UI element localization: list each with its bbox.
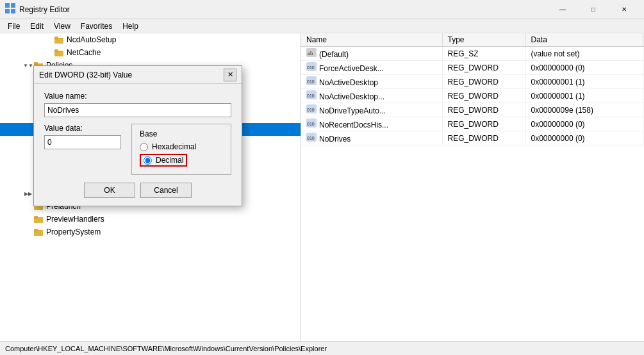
decimal-radio[interactable] bbox=[144, 156, 152, 165]
dialog-close-button[interactable]: ✕ bbox=[224, 69, 236, 81]
string-icon: ab bbox=[306, 48, 317, 57]
base-legend: Base bbox=[140, 129, 223, 138]
svg-rect-0 bbox=[5, 3, 10, 8]
tree-item[interactable]: NetCache bbox=[0, 46, 301, 59]
reg-type: REG_DWORD bbox=[442, 131, 525, 145]
reg-name: 010 NoDrives bbox=[301, 131, 442, 145]
app-icon bbox=[5, 3, 15, 15]
table-row[interactable]: 010 NoActiveDesktop...REG_DWORD0x0000000… bbox=[301, 89, 644, 103]
folder-icon bbox=[54, 35, 64, 44]
reg-data: 0x00000000 (0) bbox=[525, 117, 644, 131]
table-row[interactable]: 010 NoActiveDesktopREG_DWORD0x00000001 (… bbox=[301, 75, 644, 89]
menu-help[interactable]: Help bbox=[117, 21, 144, 32]
svg-text:ab: ab bbox=[308, 50, 313, 56]
dword-icon: 010 bbox=[306, 90, 317, 99]
menu-bar: File Edit View Favorites Help bbox=[0, 19, 644, 33]
reg-type: REG_DWORD bbox=[442, 61, 525, 75]
registry-panel[interactable]: Name Type Data ab (Default)REG_SZ(value … bbox=[301, 33, 644, 341]
minimize-button[interactable]: — bbox=[548, 0, 577, 19]
value-name-label: Value name: bbox=[44, 92, 231, 101]
dialog-buttons: OK Cancel bbox=[44, 183, 231, 198]
reg-type: REG_DWORD bbox=[442, 103, 525, 117]
tree-item-label: PreviewHandlers bbox=[46, 215, 104, 224]
decimal-label: Decimal bbox=[156, 156, 183, 165]
decimal-highlight: Decimal bbox=[140, 154, 187, 167]
hexadecimal-label: Hexadecimal bbox=[152, 142, 196, 151]
value-data-row: Value data: Base Hexadecimal Decimal bbox=[44, 124, 231, 175]
table-row[interactable]: 010 ForceActiveDesk...REG_DWORD0x0000000… bbox=[301, 61, 644, 75]
svg-text:010: 010 bbox=[307, 136, 315, 140]
cancel-button[interactable]: Cancel bbox=[140, 183, 192, 198]
maximize-button[interactable]: □ bbox=[579, 0, 608, 19]
dialog-title: Edit DWORD (32-bit) Value bbox=[39, 70, 224, 79]
value-data-section: Value data: bbox=[44, 124, 121, 149]
tree-item-label: PropertySystem bbox=[46, 227, 101, 236]
value-name-input[interactable] bbox=[44, 103, 231, 117]
folder-icon bbox=[33, 215, 44, 224]
dialog-title-bar: Edit DWORD (32-bit) Value ✕ bbox=[34, 66, 242, 84]
table-row[interactable]: 010 NoRecentDocsHis...REG_DWORD0x0000000… bbox=[301, 117, 644, 131]
reg-data: 0x00000001 (1) bbox=[525, 75, 644, 89]
reg-name: ab (Default) bbox=[301, 47, 442, 61]
edit-dword-dialog: Edit DWORD (32-bit) Value ✕ Value name: … bbox=[33, 65, 242, 206]
reg-data: 0x00000000 (0) bbox=[525, 61, 644, 75]
dialog-content: Value name: Value data: Base Hexadecimal bbox=[34, 84, 242, 206]
dec-radio-row: Decimal bbox=[140, 154, 223, 167]
reg-name: 010 ForceActiveDesk... bbox=[301, 61, 442, 75]
col-type: Type bbox=[442, 33, 525, 47]
menu-view[interactable]: View bbox=[49, 21, 76, 32]
dword-icon: 010 bbox=[306, 104, 317, 113]
svg-text:010: 010 bbox=[307, 122, 315, 126]
col-data: Data bbox=[525, 33, 644, 47]
svg-rect-6 bbox=[54, 38, 63, 44]
ok-button[interactable]: OK bbox=[84, 183, 135, 198]
table-row[interactable]: 010 NoDrivesREG_DWORD0x00000000 (0) bbox=[301, 131, 644, 145]
tree-item-label: NcdAutoSetup bbox=[67, 35, 116, 44]
reg-name: 010 NoActiveDesktop bbox=[301, 75, 442, 89]
status-bar: Computer\HKEY_LOCAL_MACHINE\SOFTWARE\Mic… bbox=[0, 341, 644, 355]
tree-item[interactable]: PreviewHandlers bbox=[0, 213, 301, 226]
reg-type: REG_DWORD bbox=[442, 89, 525, 103]
dword-icon: 010 bbox=[306, 76, 317, 85]
status-text: Computer\HKEY_LOCAL_MACHINE\SOFTWARE\Mic… bbox=[5, 345, 327, 352]
menu-favorites[interactable]: Favorites bbox=[76, 21, 117, 32]
svg-rect-2 bbox=[5, 9, 10, 13]
registry-table: Name Type Data ab (Default)REG_SZ(value … bbox=[301, 33, 644, 145]
svg-rect-51 bbox=[34, 230, 43, 236]
svg-rect-1 bbox=[11, 3, 15, 8]
reg-name: 010 NoRecentDocsHis... bbox=[301, 117, 442, 131]
tree-item-label: NetCache bbox=[67, 48, 101, 57]
folder-icon bbox=[33, 227, 44, 236]
svg-rect-9 bbox=[54, 51, 63, 56]
tree-item[interactable]: PropertySystem bbox=[0, 226, 301, 238]
menu-edit[interactable]: Edit bbox=[25, 21, 49, 32]
col-name: Name bbox=[301, 33, 442, 47]
svg-text:010: 010 bbox=[307, 65, 315, 70]
reg-data: 0x0000009e (158) bbox=[525, 103, 644, 117]
svg-rect-48 bbox=[34, 217, 43, 223]
close-button[interactable]: ✕ bbox=[609, 0, 639, 19]
dword-icon: 010 bbox=[306, 62, 317, 71]
reg-data: 0x00000000 (0) bbox=[525, 131, 644, 145]
dword-icon: 010 bbox=[306, 119, 317, 128]
value-data-label: Value data: bbox=[44, 124, 121, 133]
svg-rect-3 bbox=[11, 9, 15, 13]
menu-file[interactable]: File bbox=[3, 21, 25, 32]
folder-icon bbox=[54, 48, 64, 57]
value-data-input[interactable] bbox=[44, 135, 121, 149]
reg-data: 0x00000001 (1) bbox=[525, 89, 644, 103]
reg-name: 010 NoActiveDesktop... bbox=[301, 89, 442, 103]
dword-icon: 010 bbox=[306, 133, 317, 142]
table-row[interactable]: 010 NoDriveTypeAuto...REG_DWORD0x0000009… bbox=[301, 103, 644, 117]
tree-item[interactable]: NcdAutoSetup bbox=[0, 33, 301, 46]
hex-radio-row: Hexadecimal bbox=[140, 142, 223, 151]
svg-text:010: 010 bbox=[307, 94, 315, 98]
app-title: Registry Editor bbox=[19, 5, 70, 14]
svg-text:010: 010 bbox=[307, 79, 315, 84]
reg-type: REG_DWORD bbox=[442, 75, 525, 89]
hexadecimal-radio[interactable] bbox=[140, 143, 148, 151]
svg-text:010: 010 bbox=[307, 108, 315, 112]
title-bar: Registry Editor — □ ✕ bbox=[0, 0, 644, 19]
reg-name: 010 NoDriveTypeAuto... bbox=[301, 103, 442, 117]
table-row[interactable]: ab (Default)REG_SZ(value not set) bbox=[301, 47, 644, 61]
